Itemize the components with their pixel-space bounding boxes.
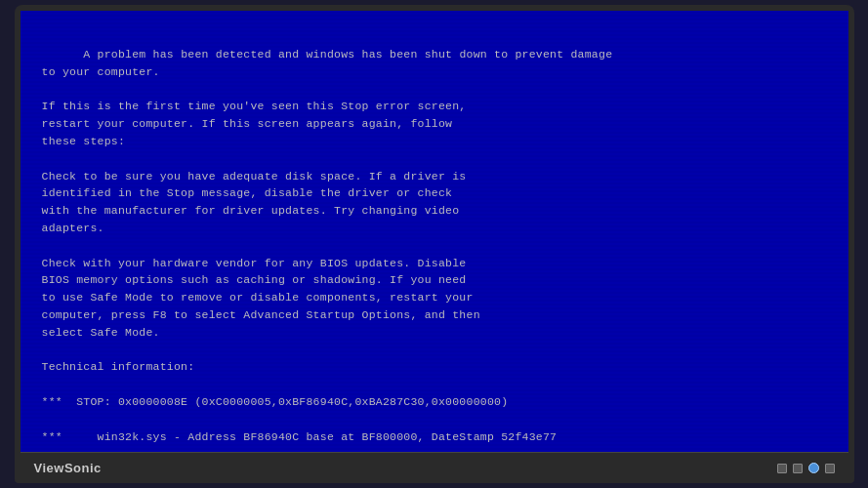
monitor-buttons xyxy=(777,463,835,473)
bsod-text-block: A problem has been detected and windows … xyxy=(42,28,827,452)
paragraph4: Check with your hardware vendor for any … xyxy=(42,257,480,339)
paragraph2: If this is the first time you've seen th… xyxy=(42,100,467,147)
driver-line: *** win32k.sys - Address BF86940C base a… xyxy=(42,430,558,443)
monitor-button-4[interactable] xyxy=(825,464,835,473)
technical-info-label: Technical information: xyxy=(42,360,195,373)
bsod-screen: A problem has been detected and windows … xyxy=(21,11,848,452)
brand-label: ViewSonic xyxy=(34,461,102,475)
paragraph1: A problem has been detected and windows … xyxy=(42,48,613,78)
monitor-bottom-bar: ViewSonic xyxy=(21,452,848,483)
monitor: A problem has been detected and windows … xyxy=(15,5,854,483)
paragraph3: Check to be sure you have adequate disk … xyxy=(42,170,467,234)
monitor-button-3-active[interactable] xyxy=(808,463,819,473)
monitor-button-1[interactable] xyxy=(777,464,787,473)
monitor-button-2[interactable] xyxy=(793,464,803,473)
stop-line: *** STOP: 0x0000008E (0xC0000005,0xBF869… xyxy=(42,395,509,408)
